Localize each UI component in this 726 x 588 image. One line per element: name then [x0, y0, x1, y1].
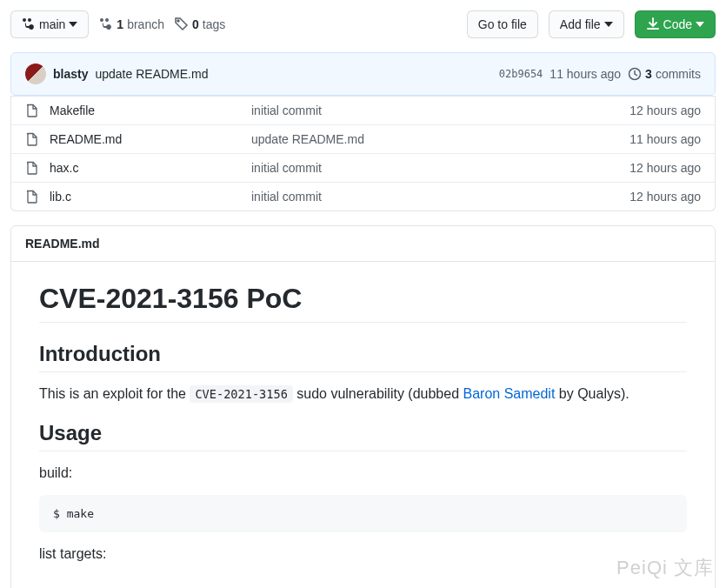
table-row: hax.c initial commit 12 hours ago	[11, 153, 715, 182]
file-link[interactable]: hax.c	[50, 161, 78, 175]
table-row: Makefile initial commit 12 hours ago	[11, 96, 715, 124]
file-icon	[25, 132, 39, 146]
readme-h2-intro: Introduction	[39, 342, 687, 372]
caret-down-icon	[696, 20, 704, 29]
file-time: 11 hours ago	[629, 132, 701, 146]
avatar[interactable]	[25, 63, 46, 84]
file-commit-msg[interactable]: initial commit	[251, 190, 619, 204]
goto-file-button[interactable]: Go to file	[467, 10, 538, 38]
caret-down-icon	[604, 20, 613, 29]
file-icon	[25, 161, 39, 175]
commit-sha[interactable]: 02b9654	[499, 68, 543, 80]
commits-count: 3	[645, 67, 652, 81]
file-time: 12 hours ago	[629, 161, 701, 175]
file-commit-msg[interactable]: update README.md	[251, 132, 619, 146]
git-branch-icon	[99, 17, 113, 31]
file-commit-msg[interactable]: initial commit	[251, 104, 619, 117]
history-icon	[628, 67, 642, 81]
file-time: 12 hours ago	[629, 190, 701, 204]
table-row: lib.c initial commit 12 hours ago	[11, 182, 715, 210]
add-file-button[interactable]: Add file	[549, 10, 624, 38]
readme-h1: CVE-2021-3156 PoC	[39, 283, 687, 323]
file-commit-msg[interactable]: initial commit	[251, 161, 619, 175]
readme-filename[interactable]: README.md	[11, 226, 715, 262]
tag-word: tags	[203, 17, 225, 31]
readme-code-block: $ make	[39, 495, 687, 532]
commit-author[interactable]: blasty	[53, 67, 88, 81]
download-icon	[646, 17, 660, 31]
table-row: README.md update README.md 11 hours ago	[11, 124, 715, 153]
branch-count: 1	[117, 17, 123, 31]
readme-h2-usage: Usage	[39, 421, 687, 451]
readme-panel: README.md CVE-2021-3156 PoC Introduction…	[10, 225, 716, 588]
latest-commit-bar: blasty update README.md 02b9654 11 hours…	[10, 52, 716, 96]
file-link[interactable]: lib.c	[50, 190, 71, 204]
git-branch-icon	[22, 17, 36, 31]
readme-inline-code: CVE-2021-3156	[190, 385, 292, 403]
file-icon	[25, 104, 39, 117]
branches-link[interactable]: 1 branch	[99, 17, 164, 31]
tag-icon	[175, 17, 189, 31]
file-table: Makefile initial commit 12 hours ago REA…	[10, 96, 716, 211]
commit-message[interactable]: update README.md	[95, 67, 208, 81]
commits-word: commits	[656, 67, 701, 81]
file-link[interactable]: Makefile	[50, 104, 95, 117]
code-button[interactable]: Code	[635, 10, 716, 38]
branch-word: branch	[127, 17, 164, 31]
file-icon	[25, 190, 39, 204]
tags-link[interactable]: 0 tags	[175, 17, 225, 31]
file-link[interactable]: README.md	[50, 132, 122, 146]
commits-link[interactable]: 3 commits	[628, 67, 701, 81]
branch-selector[interactable]: main	[10, 10, 89, 38]
tag-count: 0	[192, 17, 199, 31]
file-time: 12 hours ago	[629, 104, 701, 117]
commit-time: 11 hours ago	[549, 67, 621, 81]
readme-build-label: build:	[39, 465, 687, 481]
readme-intro-paragraph: This is an exploit for the CVE-2021-3156…	[39, 386, 687, 402]
watermark: PeiQi 文库	[616, 555, 714, 581]
readme-link-baron-samedit[interactable]: Baron Samedit	[463, 386, 556, 401]
branch-label: main	[39, 16, 65, 33]
svg-point-0	[177, 20, 179, 22]
readme-list-targets-label: list targets:	[39, 546, 687, 562]
caret-down-icon	[69, 20, 77, 29]
